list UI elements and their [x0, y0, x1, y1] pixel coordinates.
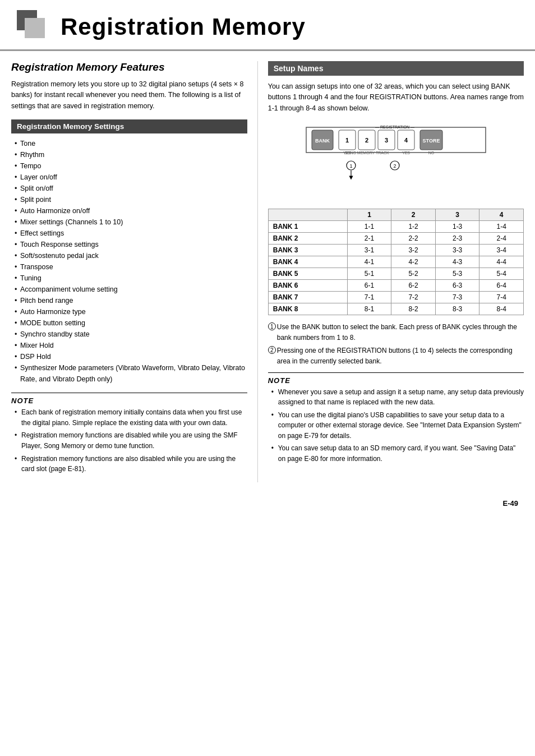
table-cell: 2-4 [479, 233, 524, 245]
main-content: Registration Memory Features Registratio… [0, 61, 535, 482]
list-item: Tone [15, 138, 247, 149]
table-cell: 7-4 [479, 292, 524, 303]
list-item: Tuning [15, 273, 247, 284]
table-cell: 2-1 [347, 233, 391, 245]
table-cell: 3-3 [435, 245, 479, 256]
numbered-note-2: 2 Pressing one of the REGISTRATION butto… [268, 345, 524, 366]
table-cell: BANK 3 [268, 245, 347, 256]
list-item: Split on/off [15, 183, 247, 194]
table-cell: 3-2 [391, 245, 436, 256]
table-cell: BANK 4 [268, 256, 347, 268]
table-header-cell: 2 [391, 209, 436, 221]
setup-intro: You can assign setups into one of 32 are… [268, 81, 524, 114]
features-title: Registration Memory Features [11, 61, 247, 73]
note-item: You can use the digital piano's USB capa… [270, 410, 524, 441]
page-number: E-49 [0, 482, 535, 513]
left-column: Registration Memory Features Registratio… [11, 61, 257, 482]
table-row: BANK 11-11-21-31-4 [268, 221, 523, 233]
table-cell: 2-3 [435, 233, 479, 245]
list-item: MODE button setting [15, 317, 247, 329]
table-row: BANK 22-12-22-32-4 [268, 233, 523, 245]
table-cell: 7-2 [391, 292, 436, 303]
svg-text:1: 1 [349, 163, 352, 169]
left-note-title: NOTE [11, 397, 247, 405]
list-item: Tempo [15, 160, 247, 172]
list-item: Layer on/off [15, 172, 247, 183]
list-item: Synthesizer Mode parameters (Vibrato Wav… [15, 362, 247, 385]
table-cell: 4-2 [391, 256, 436, 268]
icon-light-square [25, 18, 45, 38]
list-item: Soft/sostenuto pedal jack [15, 250, 247, 261]
note-item: You can save setup data to an SD memory … [270, 443, 524, 464]
right-column: Setup Names You can assign setups into o… [257, 61, 524, 482]
note-item: Whenever you save a setup and assign it … [270, 387, 524, 408]
list-item: Pitch bend range [15, 295, 247, 306]
table-cell: 3-1 [347, 245, 391, 256]
svg-text:SONG MEMORY TRACK: SONG MEMORY TRACK [344, 151, 389, 155]
svg-text:NO: NO [428, 151, 435, 155]
table-cell: 1-1 [347, 221, 391, 233]
list-item: Auto Harmonize type [15, 306, 247, 317]
table-cell: BANK 6 [268, 280, 347, 292]
svg-text:1: 1 [345, 137, 349, 144]
table-cell: BANK 7 [268, 292, 347, 303]
keyboard-diagram: BANK 1 2 — REGISTRATION — 3 4 STORE [301, 122, 491, 195]
table-cell: 6-1 [347, 280, 391, 292]
list-item: Auto Harmonize on/off [15, 205, 247, 216]
list-item: Split point [15, 194, 247, 205]
table-cell: 6-3 [435, 280, 479, 292]
table-cell: 4-4 [479, 256, 524, 268]
table-cell: 8-2 [391, 303, 436, 315]
list-item: Mixer settings (Channels 1 to 10) [15, 216, 247, 228]
list-item: Touch Response settings [15, 239, 247, 250]
svg-text:STORE: STORE [422, 138, 440, 144]
list-item: Accompaniment volume setting [15, 284, 247, 295]
table-header-cell [268, 209, 347, 221]
svg-text:— REGISTRATION —: — REGISTRATION — [375, 125, 414, 129]
table-cell: 5-3 [435, 268, 479, 280]
table-header-row: 1234 [268, 209, 523, 221]
settings-heading: Registration Memory Settings [11, 119, 247, 133]
table-cell: BANK 2 [268, 233, 347, 245]
right-note-title: NOTE [268, 376, 524, 385]
table-cell: 8-1 [347, 303, 391, 315]
table-body: BANK 11-11-21-31-4BANK 22-12-22-32-4BANK… [268, 221, 523, 315]
page-header: Registration Memory [0, 0, 535, 51]
circle-2-icon: 2 [268, 346, 276, 354]
right-notes-list: Whenever you save a setup and assign it … [268, 387, 524, 464]
table-row: BANK 88-18-28-38-4 [268, 303, 523, 315]
table-cell: 8-3 [435, 303, 479, 315]
list-item: DSP Hold [15, 351, 247, 362]
list-item: Effect settings [15, 228, 247, 239]
table-row: BANK 66-16-26-36-4 [268, 280, 523, 292]
table-row: BANK 44-14-24-34-4 [268, 256, 523, 268]
svg-text:3: 3 [385, 137, 388, 144]
table-cell: 7-3 [435, 292, 479, 303]
table-cell: 2-2 [391, 233, 436, 245]
table-cell: 3-4 [479, 245, 524, 256]
features-intro: Registration memory lets you store up to… [11, 79, 247, 112]
numbered-note-1: 1 Use the BANK button to select the bank… [268, 322, 524, 343]
table-cell: 5-4 [479, 268, 524, 280]
table-cell: 8-4 [479, 303, 524, 315]
table-cell: BANK 1 [268, 221, 347, 233]
setup-names-heading: Setup Names [268, 61, 524, 76]
table-cell: 1-3 [435, 221, 479, 233]
circle-1-icon: 1 [268, 322, 276, 330]
list-item: Mixer Hold [15, 340, 247, 351]
table-row: BANK 33-13-23-33-4 [268, 245, 523, 256]
bank-table: 1234 BANK 11-11-21-31-4BANK 22-12-22-32-… [268, 209, 524, 315]
list-item: Transpose [15, 261, 247, 273]
svg-text:2: 2 [393, 163, 396, 169]
table-cell: 7-1 [347, 292, 391, 303]
table-cell: BANK 8 [268, 303, 347, 315]
table-cell: 4-3 [435, 256, 479, 268]
diagram-container: BANK 1 2 — REGISTRATION — 3 4 STORE [301, 122, 491, 202]
numbered-notes: 1 Use the BANK button to select the bank… [268, 322, 524, 366]
table-cell: 6-2 [391, 280, 436, 292]
svg-text:2: 2 [365, 137, 368, 144]
table-row: BANK 77-17-27-37-4 [268, 292, 523, 303]
page-title: Registration Memory [61, 13, 306, 40]
chapter-icon [17, 10, 50, 44]
numbered-note-1-text: Use the BANK button to select the bank. … [277, 323, 517, 342]
